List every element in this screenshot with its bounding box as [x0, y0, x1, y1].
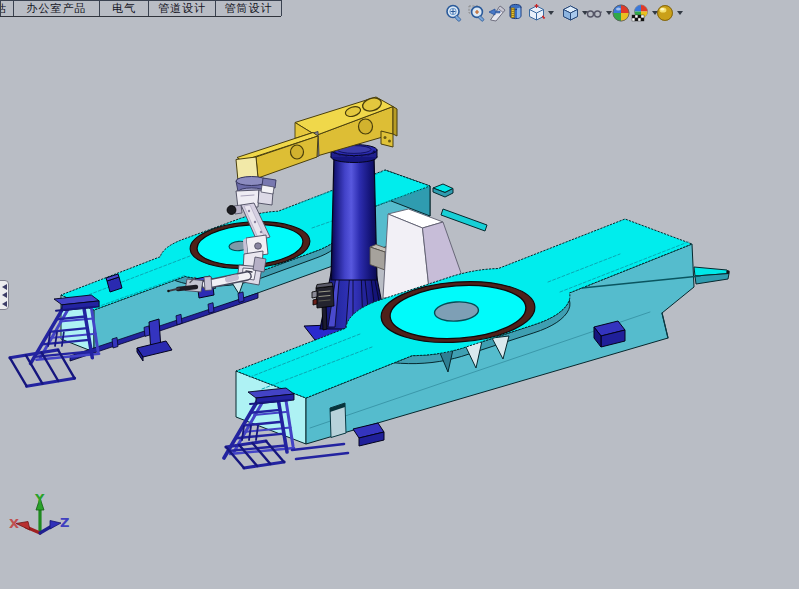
- column-flange-bolt[interactable]: [345, 155, 348, 157]
- column-flange-bolt[interactable]: [334, 152, 337, 154]
- torch-tip[interactable]: [167, 290, 170, 293]
- model-viewport[interactable]: XYZ: [0, 0, 799, 589]
- back-ledge-strip[interactable]: [441, 209, 487, 231]
- left-rail-tab[interactable]: [208, 303, 214, 314]
- left-rail-tab[interactable]: [112, 338, 118, 349]
- graphics-area[interactable]: XYZ: [0, 0, 799, 589]
- section-view-icon: [505, 3, 526, 24]
- arm-link-dot[interactable]: [254, 221, 256, 223]
- motor-strut[interactable]: [322, 304, 327, 330]
- left-rail-tab[interactable]: [238, 292, 244, 303]
- motor-cyl[interactable]: [312, 291, 317, 298]
- right-beam-stand-under-rail[interactable]: [292, 444, 344, 450]
- arm-wrist-motor[interactable]: [253, 257, 266, 272]
- column-flange-bolt[interactable]: [371, 152, 374, 154]
- hide-show-items-icon: [584, 3, 605, 24]
- arm-knob[interactable]: [227, 206, 236, 215]
- orientation-triad[interactable]: XYZ: [9, 491, 69, 533]
- view-settings-button[interactable]: [655, 3, 676, 24]
- view-settings-icon: [655, 3, 676, 24]
- arm-link-dot[interactable]: [248, 210, 250, 212]
- view-orientation-button[interactable]: [526, 3, 547, 24]
- collapse-arrow-icon: [2, 301, 7, 307]
- view-settings-dropdown-arrow[interactable]: [677, 11, 683, 15]
- view-orientation-dropdown-arrow[interactable]: [548, 11, 554, 15]
- back-ledge-strip-face[interactable]: [441, 209, 487, 231]
- apply-scene-button[interactable]: [630, 3, 651, 24]
- zoom-to-fit-icon: [444, 3, 465, 24]
- triad-y-label: Y: [34, 491, 45, 506]
- apply-scene-icon: [630, 3, 651, 24]
- arm-elbow-hub[interactable]: [255, 243, 262, 249]
- torch-body[interactable]: [178, 287, 196, 289]
- column-flange-bolt[interactable]: [339, 154, 342, 156]
- column-flange-bolt[interactable]: [353, 155, 356, 157]
- left-beam-stand-sled-rung[interactable]: [10, 358, 27, 386]
- boom-front-hole[interactable]: [291, 145, 304, 159]
- arm-j2-top-box[interactable]: [261, 185, 274, 194]
- cad-application-window: { "app": { "name": "cad-viewport", "back…: [0, 0, 799, 589]
- edit-appearance-button[interactable]: [611, 3, 632, 24]
- column-flange-bolt[interactable]: [367, 154, 370, 156]
- triad-x-label: X: [9, 516, 19, 531]
- arm-tube-seam[interactable]: [228, 278, 236, 280]
- zoom-to-fit-button[interactable]: [444, 3, 465, 24]
- collapse-arrow-icon: [2, 292, 7, 298]
- edit-appearance-icon: [611, 3, 632, 24]
- motor-cyl2[interactable]: [313, 299, 317, 305]
- boom-bracket-bolt[interactable]: [384, 136, 387, 139]
- right-beam-stand-ladder-bar[interactable]: [256, 426, 258, 440]
- feature-panel-collapse-button[interactable]: [0, 280, 9, 310]
- boom-end-cap[interactable]: [393, 107, 397, 137]
- collapse-arrow-icon: [2, 284, 7, 290]
- section-view-button[interactable]: [505, 3, 526, 24]
- left-rail-tab[interactable]: [176, 314, 182, 325]
- motor-body[interactable]: [316, 286, 334, 308]
- arm-link-dot[interactable]: [260, 231, 262, 233]
- left-beam-stand-sled-rail-front[interactable]: [27, 378, 75, 386]
- hide-show-items-button[interactable]: [584, 3, 605, 24]
- right-beam-stand-under-rail[interactable]: [296, 453, 348, 459]
- heads-up-view-toolbar: [0, 0, 799, 28]
- triad-z-label: Z: [60, 515, 69, 530]
- boom-bracket-bolt[interactable]: [388, 140, 391, 143]
- zoom-to-area-button[interactable]: [467, 3, 488, 24]
- right-tongue-tip[interactable]: [726, 270, 730, 274]
- arm-tube-flange[interactable]: [204, 277, 212, 291]
- column-flange-bolt[interactable]: [360, 155, 363, 157]
- display-style-icon: [560, 3, 581, 24]
- view-orientation-icon: [526, 3, 547, 24]
- display-style-button[interactable]: [560, 3, 581, 24]
- left-beam-stand[interactable]: [10, 295, 99, 386]
- left-bracket-base[interactable]: [137, 341, 172, 357]
- right-beam-stand-sled-rail-front[interactable]: [244, 462, 284, 468]
- column-flange-bolt[interactable]: [373, 151, 376, 153]
- boom-rear-hole[interactable]: [359, 119, 373, 134]
- boom-end-bracket[interactable]: [381, 131, 393, 147]
- zoom-to-area-icon: [467, 3, 488, 24]
